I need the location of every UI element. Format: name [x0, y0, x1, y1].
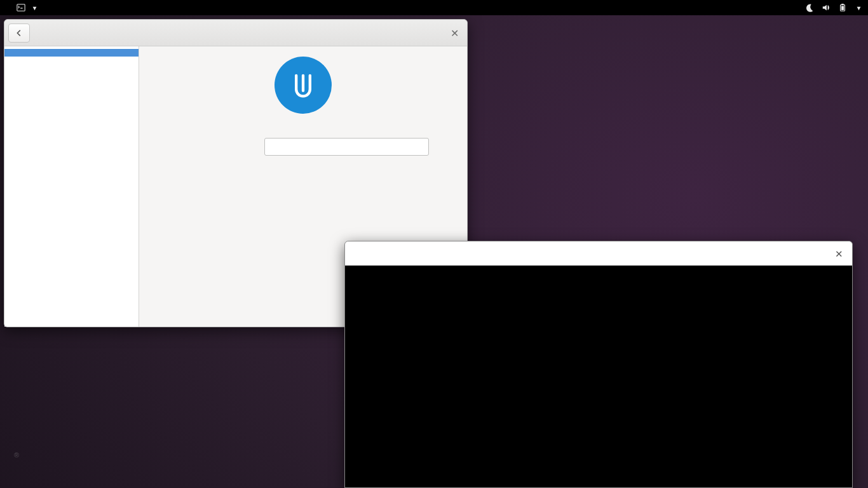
- svg-rect-3: [841, 6, 844, 10]
- details-sidebar: [4, 46, 139, 327]
- sidebar-item-default-apps[interactable]: [4, 57, 139, 64]
- battery-icon: [838, 3, 847, 12]
- ubuntu-logo-icon: [287, 69, 320, 102]
- distro-logo: [275, 57, 332, 114]
- terminal-output[interactable]: [345, 266, 852, 487]
- details-titlebar[interactable]: ✕: [4, 20, 467, 46]
- volume-icon: [822, 3, 831, 12]
- terminal-icon: [17, 3, 25, 12]
- terminal-window: ✕: [344, 241, 853, 488]
- close-button[interactable]: ✕: [835, 248, 843, 260]
- gnome-topbar: ▾ ▾: [0, 0, 868, 15]
- device-name-input[interactable]: [264, 138, 429, 156]
- night-light-icon: [805, 3, 814, 12]
- close-icon: ✕: [835, 248, 843, 259]
- watermark: ®: [14, 449, 20, 469]
- close-button[interactable]: ✕: [448, 27, 461, 39]
- app-menu-button[interactable]: ▾: [17, 3, 36, 12]
- chevron-down-icon: ▾: [33, 4, 36, 11]
- sidebar-item-removable-media[interactable]: [4, 64, 139, 72]
- sidebar-item-overview[interactable]: [4, 49, 139, 57]
- back-button[interactable]: [8, 24, 30, 43]
- chevron-down-icon: ▾: [857, 4, 860, 11]
- terminal-titlebar[interactable]: ✕: [345, 241, 852, 266]
- chevron-left-icon: [15, 29, 24, 37]
- close-icon: ✕: [451, 27, 459, 39]
- row-device-name: [177, 138, 429, 156]
- svg-rect-2: [841, 4, 844, 5]
- svg-rect-0: [17, 4, 25, 11]
- status-area[interactable]: ▾: [805, 3, 868, 12]
